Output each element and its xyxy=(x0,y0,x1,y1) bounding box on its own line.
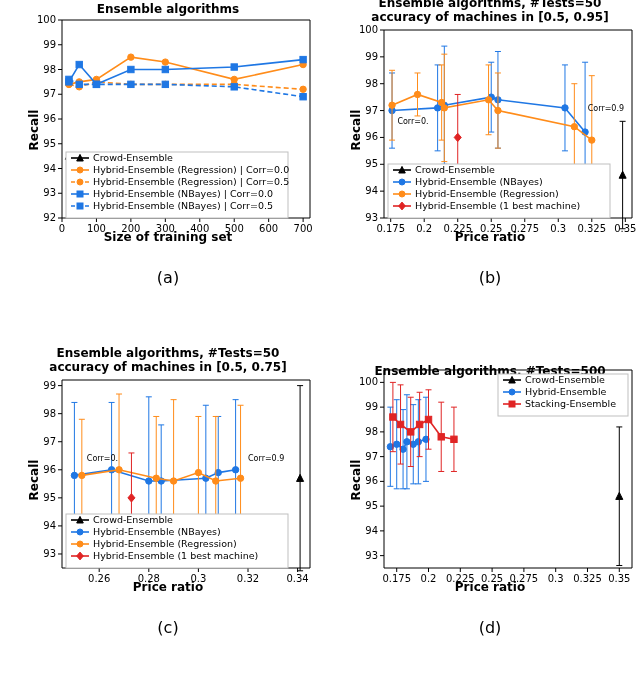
panel-d: Ensemble algorithms, #Tests=500 Recall 0… xyxy=(340,350,640,610)
xlabel: Price ratio xyxy=(18,580,318,594)
xlabel: Price ratio xyxy=(340,230,640,244)
svg-rect-66 xyxy=(300,94,306,100)
xlabel: Size of training set xyxy=(18,230,318,244)
svg-rect-400 xyxy=(408,429,414,435)
chart-svg-c: 0.260.280.30.320.3493949596979899Corr=0.… xyxy=(18,350,318,600)
svg-rect-399 xyxy=(397,421,403,427)
svg-text:Hybrid-Ensemble (NBayes) | Cor: Hybrid-Ensemble (NBayes) | Corr=0.0 xyxy=(93,188,273,199)
svg-text:94: 94 xyxy=(43,520,56,531)
svg-text:Crowd-Ensemble: Crowd-Ensemble xyxy=(415,164,495,175)
svg-rect-56 xyxy=(128,66,134,72)
svg-point-178 xyxy=(441,105,447,111)
svg-point-410 xyxy=(509,389,515,395)
svg-point-261 xyxy=(232,467,238,473)
svg-point-52 xyxy=(300,86,306,92)
svg-text:96: 96 xyxy=(43,464,56,475)
svg-text:100: 100 xyxy=(359,376,378,387)
xlabel: Price ratio xyxy=(340,580,640,594)
svg-marker-122 xyxy=(619,171,626,178)
svg-rect-61 xyxy=(76,81,82,87)
svg-point-42 xyxy=(128,54,134,60)
svg-text:97: 97 xyxy=(43,88,56,99)
svg-point-43 xyxy=(162,59,168,65)
svg-marker-293 xyxy=(128,494,135,502)
svg-point-284 xyxy=(116,467,122,473)
svg-text:96: 96 xyxy=(43,113,56,124)
svg-text:Crowd-Ensemble: Crowd-Ensemble xyxy=(525,374,605,385)
svg-point-289 xyxy=(237,475,243,481)
svg-text:95: 95 xyxy=(43,138,56,149)
caption-a: (a) xyxy=(18,268,318,287)
caption-b: (b) xyxy=(340,268,640,287)
svg-text:100: 100 xyxy=(37,14,56,25)
svg-point-182 xyxy=(589,137,595,143)
svg-text:100: 100 xyxy=(359,24,378,35)
svg-point-288 xyxy=(213,478,219,484)
svg-text:Corr=0.9: Corr=0.9 xyxy=(588,104,624,113)
svg-rect-413 xyxy=(509,401,515,407)
svg-text:Hybrid-Ensemble: Hybrid-Ensemble xyxy=(525,386,607,397)
svg-text:Hybrid-Ensemble (Regression): Hybrid-Ensemble (Regression) xyxy=(415,188,559,199)
svg-point-72 xyxy=(77,167,83,173)
svg-rect-64 xyxy=(162,81,168,87)
svg-text:94: 94 xyxy=(43,163,56,174)
svg-marker-233 xyxy=(297,474,304,481)
svg-point-301 xyxy=(77,529,83,535)
svg-text:Hybrid-Ensemble (Regression) |: Hybrid-Ensemble (Regression) | Corr=0.0 xyxy=(93,164,289,175)
svg-text:98: 98 xyxy=(43,408,56,419)
svg-marker-348 xyxy=(616,492,623,499)
svg-text:96: 96 xyxy=(365,131,378,142)
svg-point-181 xyxy=(571,123,577,129)
svg-point-255 xyxy=(71,472,77,478)
svg-rect-401 xyxy=(416,421,422,427)
svg-text:99: 99 xyxy=(365,401,378,412)
panel-a: Ensemble algorithms Recall 0100200300400… xyxy=(18,0,318,260)
svg-point-283 xyxy=(79,472,85,478)
svg-text:93: 93 xyxy=(43,187,56,198)
svg-rect-58 xyxy=(231,64,237,70)
svg-text:Hybrid-Ensemble (NBayes): Hybrid-Ensemble (NBayes) xyxy=(415,176,543,187)
svg-rect-404 xyxy=(451,436,457,442)
chart-svg-b: 0.1750.20.2250.250.2750.30.3250.35939495… xyxy=(340,0,640,250)
svg-point-75 xyxy=(77,179,83,185)
svg-point-375 xyxy=(415,439,421,445)
svg-text:98: 98 xyxy=(43,64,56,75)
svg-rect-54 xyxy=(76,61,82,67)
svg-text:Hybrid-Ensemble (1 best machin: Hybrid-Ensemble (1 best machine) xyxy=(93,550,258,561)
svg-text:93: 93 xyxy=(365,212,378,223)
svg-text:95: 95 xyxy=(365,158,378,169)
svg-point-304 xyxy=(77,541,83,547)
caption-c: (c) xyxy=(18,618,318,637)
svg-marker-186 xyxy=(454,133,461,141)
svg-rect-57 xyxy=(162,66,168,72)
svg-point-371 xyxy=(394,441,400,447)
svg-rect-398 xyxy=(390,414,396,420)
svg-point-197 xyxy=(399,191,405,197)
caption-d: (d) xyxy=(340,618,640,637)
svg-text:Corr=0.: Corr=0. xyxy=(87,454,118,463)
svg-rect-403 xyxy=(438,434,444,440)
svg-rect-78 xyxy=(77,191,83,197)
svg-rect-63 xyxy=(128,81,134,87)
svg-point-194 xyxy=(399,179,405,185)
svg-point-257 xyxy=(146,478,152,484)
svg-text:Hybrid-Ensemble (Regression) |: Hybrid-Ensemble (Regression) | Corr=0.5 xyxy=(93,176,289,187)
svg-text:99: 99 xyxy=(43,380,56,391)
svg-text:98: 98 xyxy=(365,426,378,437)
svg-text:97: 97 xyxy=(43,436,56,447)
svg-text:94: 94 xyxy=(365,185,378,196)
chart-svg-a: 0100200300400500600700929394959697989910… xyxy=(18,0,318,250)
svg-rect-81 xyxy=(77,203,83,209)
svg-text:95: 95 xyxy=(43,492,56,503)
svg-text:Crowd-Ensemble: Crowd-Ensemble xyxy=(93,152,173,163)
svg-text:93: 93 xyxy=(365,550,378,561)
svg-text:92: 92 xyxy=(43,212,56,223)
svg-point-149 xyxy=(562,105,568,111)
svg-point-287 xyxy=(195,469,201,475)
svg-point-286 xyxy=(170,478,176,484)
svg-text:93: 93 xyxy=(43,548,56,559)
panel-c: Ensemble algorithms, #Tests=50 accuracy … xyxy=(18,350,318,610)
svg-text:Corr=0.9: Corr=0.9 xyxy=(248,454,284,463)
svg-text:Stacking-Ensemble: Stacking-Ensemble xyxy=(525,398,616,409)
svg-text:97: 97 xyxy=(365,451,378,462)
